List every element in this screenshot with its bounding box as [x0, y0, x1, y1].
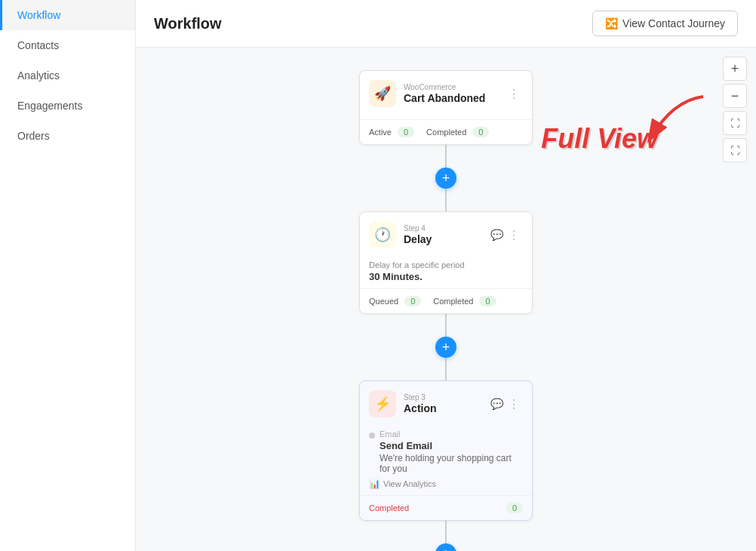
add-step-2-button[interactable]: +: [435, 337, 456, 358]
action-body-title: Send Email: [380, 440, 523, 451]
fit-view-icon: ⛶: [730, 118, 740, 129]
sidebar-item-contacts[interactable]: Contacts: [0, 30, 135, 60]
action-icon: ⚡: [369, 390, 396, 417]
page-title: Workflow: [154, 15, 222, 32]
action-card: ⚡ Step 3 Action 💬 ⋮ Email: [359, 380, 533, 521]
sidebar-item-orders[interactable]: Orders: [0, 121, 135, 151]
arrow-annotation: [643, 93, 711, 149]
card-title-action: Action: [404, 402, 480, 414]
card-step-action: Step 3: [404, 393, 480, 402]
sidebar-item-workflow[interactable]: Workflow: [0, 0, 135, 30]
zoom-out-button[interactable]: −: [723, 84, 747, 108]
connector-2: [445, 189, 447, 211]
full-view-annotation: Full View: [541, 123, 658, 155]
connector-5: [445, 521, 447, 543]
card-title-delay: Delay: [404, 233, 480, 245]
status-completed-1: Completed: [426, 126, 466, 138]
sidebar-item-analytics[interactable]: Analytics: [0, 60, 135, 91]
workflow-canvas[interactable]: + − ⛶ ⛶ Full View: [136, 48, 756, 551]
card-footer-delay: Queued 0 Completed 0: [360, 288, 532, 313]
card-info-delay: Step 4 Delay: [404, 224, 480, 245]
main-area: Workflow 🔀 View Contact Journey + − ⛶ ⛶ …: [136, 0, 756, 551]
card-menu-delay[interactable]: 💬 ⋮: [487, 225, 523, 245]
connector-3: [445, 314, 447, 337]
chart-icon: 📊: [369, 479, 380, 489]
status-completed-3: Completed: [369, 502, 409, 514]
view-analytics-link[interactable]: 📊 View Analytics: [369, 479, 523, 489]
sidebar: Workflow Contacts Analytics Engagements …: [0, 0, 136, 551]
count-completed-2: 0: [479, 296, 496, 306]
zoom-in-button[interactable]: +: [723, 57, 747, 81]
connector-1: [445, 145, 447, 168]
comment-icon[interactable]: 💬: [490, 229, 503, 241]
workflow-column: 🚀 WooCommerce Cart Abandoned ⋮ Active 0 …: [348, 70, 544, 528]
status-completed-2: Completed: [433, 295, 473, 307]
count-active: 0: [398, 127, 414, 137]
card-header-action: ⚡ Step 3 Action 💬 ⋮: [360, 381, 532, 423]
card-footer-action: Completed 0: [360, 495, 532, 520]
card-menu-trigger[interactable]: ⋮: [505, 84, 523, 104]
card-step-delay: Step 4: [404, 224, 480, 232]
dot-indicator: [369, 432, 375, 439]
connector-4: [445, 358, 447, 380]
card-body-delay: Delay for a specific period 30 Minutes.: [360, 254, 532, 282]
full-screen-icon: ⛶: [730, 145, 740, 156]
trigger-icon: 🚀: [369, 80, 396, 107]
delay-card: 🕐 Step 4 Delay 💬 ⋮ Delay for a specific …: [359, 211, 533, 314]
card-info-action: Step 3 Action: [404, 393, 480, 414]
count-queued: 0: [404, 296, 421, 306]
fit-view-button[interactable]: ⛶: [723, 111, 747, 135]
delay-detail: Delay for a specific period: [369, 260, 523, 269]
delay-value: 30 Minutes.: [369, 271, 523, 282]
action-body-desc: We're holding your shopping cart for you: [380, 453, 523, 474]
cart-abandoned-card: 🚀 WooCommerce Cart Abandoned ⋮ Active 0 …: [359, 70, 533, 145]
card-footer-trigger: Active 0 Completed 0: [360, 119, 532, 144]
count-completed-1: 0: [472, 127, 489, 137]
action-sub-label: Email: [380, 429, 523, 439]
card-body-action: Email Send Email We're holding your shop…: [360, 423, 532, 489]
journey-icon: 🔀: [605, 17, 618, 29]
delay-icon: 🕐: [369, 221, 396, 248]
card-menu-action[interactable]: 💬 ⋮: [487, 394, 523, 414]
view-contact-journey-button[interactable]: 🔀 View Contact Journey: [592, 11, 738, 36]
header: Workflow 🔀 View Contact Journey: [136, 0, 756, 48]
status-active: Active: [369, 126, 392, 138]
card-header-delay: 🕐 Step 4 Delay 💬 ⋮: [360, 212, 532, 254]
card-source: WooCommerce: [404, 83, 497, 91]
comment-icon-action[interactable]: 💬: [490, 398, 503, 410]
status-queued: Queued: [369, 295, 398, 307]
add-step-1-button[interactable]: +: [435, 168, 456, 189]
zoom-controls: + − ⛶ ⛶: [723, 57, 747, 162]
add-step-3-button[interactable]: +: [435, 543, 456, 551]
sidebar-item-engagements[interactable]: Engagements: [0, 91, 135, 121]
card-title-trigger: Cart Abandoned: [404, 92, 497, 104]
full-screen-button[interactable]: ⛶: [723, 138, 747, 162]
card-info-trigger: WooCommerce Cart Abandoned: [404, 83, 497, 104]
card-header-trigger: 🚀 WooCommerce Cart Abandoned ⋮: [360, 71, 532, 113]
count-completed-3: 0: [506, 503, 523, 513]
